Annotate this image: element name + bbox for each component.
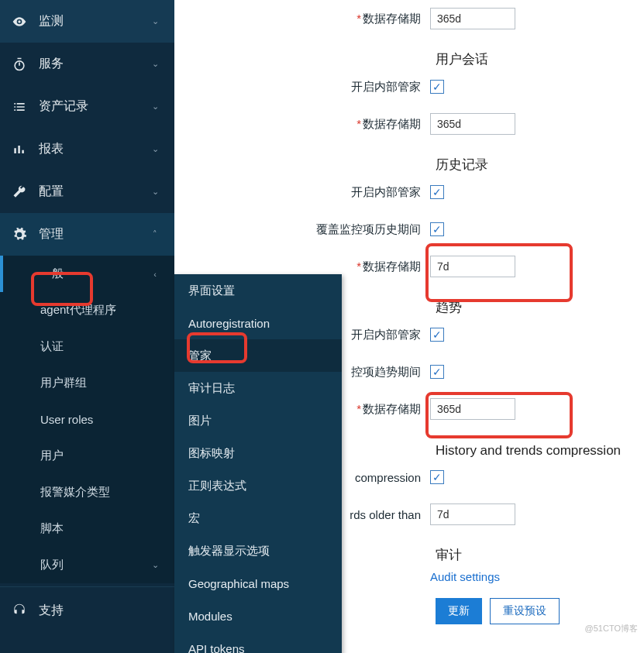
- fly-apitokens[interactable]: API tokens: [174, 632, 342, 653]
- label-compress: compression: [186, 471, 430, 484]
- sidebar: 监测 ⌄ 服务 ⌄ 资产记录 ⌄ 报表 ⌄ 配置 ⌄ 管理 ˄ 一般 ‹ age…: [0, 0, 174, 653]
- nav-label: 监测: [39, 13, 148, 29]
- label-storage1: *数据存储期: [186, 12, 430, 26]
- label-override-trends: 控项趋势期间: [186, 365, 430, 380]
- sub-label: 用户群组: [40, 376, 87, 390]
- sidebar-sub-queue[interactable]: 队列 ⌄: [0, 547, 174, 583]
- input-storage2[interactable]: [430, 113, 515, 135]
- chevron-down-icon: ⌄: [148, 16, 162, 26]
- label-enable-hk2: 开启内部管家: [186, 185, 430, 200]
- chevron-left-icon: ‹: [148, 270, 162, 279]
- headset-icon: [11, 602, 28, 619]
- reset-button[interactable]: 重设预设: [490, 598, 560, 624]
- stopwatch-icon: [11, 56, 28, 73]
- section-sessions: 用户会话: [186, 40, 644, 68]
- sub-label: 一般: [40, 266, 64, 281]
- chevron-down-icon: ⌄: [148, 144, 162, 154]
- input-storage1[interactable]: [430, 8, 515, 29]
- label-storage2: *数据存储期: [186, 117, 430, 132]
- admin-submenu: 一般 ‹ agent代理程序 认证 用户群组 User roles 用户 报警媒…: [0, 256, 174, 583]
- sidebar-item-monitoring[interactable]: 监测 ⌄: [0, 0, 174, 43]
- label-enable-hk1: 开启内部管家: [186, 80, 430, 95]
- sidebar-item-admin[interactable]: 管理 ˄: [0, 213, 174, 256]
- chevron-down-icon: ⌄: [148, 59, 162, 69]
- fly-label: API tokens: [188, 642, 245, 654]
- label-older: rds older than: [186, 508, 430, 521]
- sidebar-sub-agent[interactable]: agent代理程序: [0, 292, 174, 328]
- sub-label: agent代理程序: [40, 303, 116, 318]
- section-compress: History and trends compression: [186, 431, 644, 459]
- watermark: @51CTO博客: [585, 623, 638, 634]
- barchart-icon: [11, 141, 28, 158]
- nav-label: 配置: [39, 184, 148, 200]
- list-icon: [11, 98, 28, 115]
- nav-label: 资产记录: [39, 98, 148, 115]
- checkbox-override-trends[interactable]: ✓: [430, 365, 444, 379]
- checkbox-enable-hk1[interactable]: ✓: [430, 80, 444, 94]
- sidebar-item-support[interactable]: 支持: [0, 590, 174, 631]
- input-storage4[interactable]: [430, 398, 515, 420]
- label-storage4: *数据存储期: [186, 402, 430, 417]
- sub-label: 队列: [40, 558, 64, 572]
- sidebar-sub-users[interactable]: 用户: [0, 438, 174, 474]
- sub-label: 认证: [40, 339, 64, 354]
- audit-settings-link[interactable]: Audit settings: [430, 570, 500, 583]
- label-text: 数据存储期: [363, 12, 421, 25]
- sub-label: 报警媒介类型: [40, 485, 110, 500]
- checkbox-enable-hk3[interactable]: ✓: [430, 328, 444, 342]
- eye-icon: [11, 13, 28, 30]
- sidebar-sub-mediatypes[interactable]: 报警媒介类型: [0, 474, 174, 510]
- wrench-icon: [11, 184, 28, 201]
- checkbox-enable-hk2[interactable]: ✓: [430, 185, 444, 199]
- sub-label: User roles: [40, 413, 93, 426]
- sidebar-item-config[interactable]: 配置 ⌄: [0, 170, 174, 213]
- chevron-down-icon: ⌄: [148, 101, 162, 112]
- section-history: 历史记录: [186, 146, 644, 174]
- label-storage3: *数据存储期: [186, 259, 430, 274]
- input-older[interactable]: [430, 503, 515, 525]
- label-text: 数据存储期: [363, 117, 421, 130]
- sidebar-sub-userroles[interactable]: User roles: [0, 401, 174, 438]
- sidebar-sub-usergroups[interactable]: 用户群组: [0, 365, 174, 401]
- sidebar-sub-general[interactable]: 一般 ‹: [0, 256, 174, 292]
- sidebar-sub-scripts[interactable]: 脚本: [0, 510, 174, 547]
- sub-label: 用户: [40, 449, 64, 463]
- sidebar-item-reports[interactable]: 报表 ⌄: [0, 128, 174, 170]
- separator: [0, 586, 174, 587]
- checkbox-override-history[interactable]: ✓: [430, 222, 444, 236]
- chevron-down-icon: ⌄: [148, 560, 162, 570]
- nav-label: 管理: [39, 226, 148, 242]
- checkbox-compress[interactable]: ✓: [430, 470, 444, 484]
- sidebar-sub-auth[interactable]: 认证: [0, 328, 174, 365]
- label-text: 数据存储期: [363, 402, 421, 415]
- label-text: 数据存储期: [363, 259, 421, 273]
- section-audit: 审计: [186, 536, 644, 564]
- update-button[interactable]: 更新: [436, 598, 482, 624]
- sub-label: 脚本: [40, 521, 64, 536]
- svg-point-0: [18, 20, 20, 22]
- section-trends: 趋势: [186, 288, 644, 316]
- sidebar-item-inventory[interactable]: 资产记录 ⌄: [0, 85, 174, 128]
- nav-label: 报表: [39, 141, 148, 157]
- gear-icon: [11, 226, 28, 243]
- label-enable-hk3: 开启内部管家: [186, 328, 430, 342]
- main-form: *数据存储期 用户会话 开启内部管家 ✓ *数据存储期 历史记录 开启内部管家 …: [186, 0, 644, 624]
- sidebar-item-services[interactable]: 服务 ⌄: [0, 43, 174, 85]
- nav-label: 服务: [39, 56, 148, 72]
- nav-label: 支持: [39, 603, 162, 619]
- input-storage3[interactable]: [430, 256, 515, 277]
- chevron-up-icon: ˄: [148, 229, 162, 239]
- chevron-down-icon: ⌄: [148, 187, 162, 197]
- label-override-history: 覆盖监控项历史期间: [186, 222, 430, 237]
